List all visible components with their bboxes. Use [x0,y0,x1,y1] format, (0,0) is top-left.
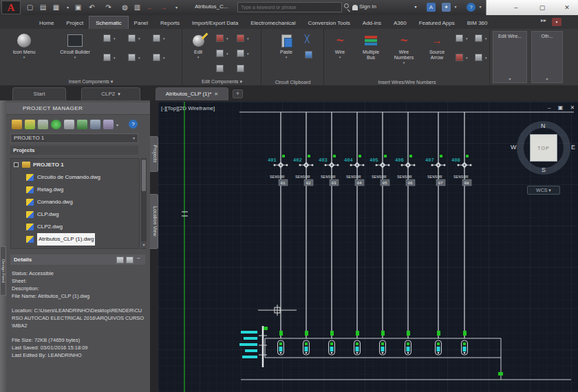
new-file-icon[interactable]: ▢ [25,3,35,12]
plot-project-icon[interactable] [90,120,100,129]
wire-numbers-button[interactable]: ~ Wire Numbers ▾ [388,32,420,65]
application-menu-button[interactable]: A [1,1,21,14]
sensor-component-06[interactable]: 406SENSOR06 [395,155,416,186]
tree-file-retag-dwg[interactable]: Retag.dwg [11,184,139,196]
wcs-dropdown[interactable]: WCS ▾ [527,186,560,195]
maximize-button[interactable]: ▢ [532,2,553,13]
tree-file-clp-dwg[interactable]: CLP.dwg [11,208,139,221]
panel-label-insert-components[interactable]: Insert Components ▾ [0,79,182,85]
search-input[interactable] [237,2,342,12]
open-project-icon[interactable] [25,120,35,129]
tool-icon[interactable] [103,54,111,61]
tree-collapse-box[interactable] [14,162,19,167]
ribbon-tab-project[interactable]: Project [60,17,89,30]
close-button[interactable]: ✕ [557,2,577,13]
terminal-component-07[interactable] [436,331,442,355]
viewcube-top-face[interactable]: TOP [530,134,557,162]
terminal-component-04[interactable] [354,331,361,355]
tree-file-comando-dwg[interactable]: Comando.dwg [11,196,139,208]
ribbon-tab-panel[interactable]: Panel [128,17,154,30]
project-settings-icon[interactable] [38,120,48,129]
file-tab-clp2[interactable]: CLP2▾ [81,87,140,100]
drawing-canvas[interactable]: [-][Top][2D Wireframe] ‒ ▣ ✕ 401SENSOR01… [158,102,578,392]
project-utilities-icon[interactable] [103,120,114,129]
help-dropdown-icon[interactable]: ▾ [478,3,483,12]
ribbon-tab-conversion-tools[interactable]: Conversion Tools [302,17,356,30]
ribbon-options-icon[interactable]: ▾ [552,18,561,26]
plc-connector-block[interactable] [239,326,268,367]
details-collapse-icon[interactable]: – [137,254,140,261]
tool-icon[interactable] [153,34,160,42]
pm-help-icon[interactable]: ? [129,120,138,129]
panel-edit-wire-collapsed[interactable]: Edit Wire... ▾ [493,31,527,83]
ribbon-tab-bim-360[interactable]: BIM 360 [461,17,494,30]
details-header[interactable]: Details [10,254,145,265]
tool-icon[interactable] [237,50,244,57]
tree-root-project[interactable]: PROJETO 1 [11,159,139,171]
sensor-component-07[interactable]: 407SENSOR07 [425,155,446,186]
tool-icon[interactable] [216,65,224,72]
tree-file-circuito-de-comando-dwg[interactable]: Circuito de Comando.dwg [11,171,139,184]
tool-icon[interactable] [216,50,224,57]
new-drawing-tab-button[interactable]: + [233,89,243,98]
drawing-list-report-icon[interactable] [77,120,87,129]
next-drawing-icon[interactable]: → [158,3,169,12]
panel-label-insert-wires[interactable]: Insert Wires/Wire Numbers [325,80,489,85]
sign-in-button[interactable]: Sign In [359,3,376,10]
active-project-selector[interactable]: PROJETO 1▾ [10,133,138,143]
terminal-component-06[interactable] [405,331,411,355]
panel-label-edit-components[interactable]: Edit Components ▾ [183,79,261,85]
details-preview-icon[interactable] [126,257,133,263]
design-feed-tab[interactable]: Design Feed [0,246,6,296]
terminal-component-03[interactable] [329,331,335,355]
terminal-component-05[interactable] [380,331,386,355]
workspace-icon[interactable]: ◍ [120,3,130,12]
viewcube-west[interactable]: W [511,144,517,151]
tree-scroll-down-icon[interactable]: ▼ [141,241,147,248]
file-tab-dropdown-icon[interactable]: ▾ [118,91,120,96]
a360-icon[interactable]: A [427,3,436,12]
panel-label-circuit-clipboard[interactable]: Circuit Clipboard [262,80,323,85]
terminal-component-08[interactable] [462,331,468,355]
viewcube-east[interactable]: E [571,144,575,151]
tool-icon[interactable] [456,34,463,42]
open-file-icon[interactable]: ▤ [38,3,48,12]
tool-icon[interactable] [128,34,136,42]
projects-section-header[interactable]: Projects [10,146,138,155]
ribbon-tab-import-export-data[interactable]: Import/Export Data [186,17,244,30]
file-tab-close-icon[interactable]: ✕ [214,91,218,96]
refresh-project-icon[interactable] [51,120,61,129]
ribbon-tab-electromechanical[interactable]: Electromechanical [244,17,301,30]
file-tab-atributos-clp-1-[interactable]: Atributos_CLP (1)*✕ [156,87,228,100]
location-view-side-tab[interactable]: Location View [150,194,158,249]
ribbon-tab-schematic[interactable]: Schematic [89,17,127,30]
minimize-button[interactable]: – [506,2,526,13]
sensor-component-03[interactable]: 403SENSOR03 [319,155,339,186]
tool-icon[interactable] [237,34,244,42]
copy-icon[interactable] [305,51,312,58]
tree-scrollbar-thumb[interactable] [142,160,146,191]
cut-scissors-icon[interactable]: ╳ [305,34,310,43]
new-project-icon[interactable] [12,120,22,129]
sensor-component-05[interactable]: 405SENSOR05 [370,155,390,186]
tool-icon[interactable] [216,34,224,42]
tool-icon[interactable] [475,54,482,61]
sensor-component-08[interactable]: 408SENSOR08 [451,155,472,186]
tool-icon[interactable] [103,34,111,42]
ribbon-tab-a360[interactable]: A360 [387,17,413,30]
signin-dropdown-icon[interactable]: ▾ [413,3,418,12]
wire-button[interactable]: ~ Wire ▾ [326,32,354,59]
circuit-builder-button[interactable]: Circuit Builder ▾ [55,32,95,59]
details-refresh-icon[interactable] [116,257,124,263]
sensor-component-04[interactable]: 404SENSOR04 [344,155,365,186]
tool-icon[interactable] [153,54,160,61]
exchange-apps-icon[interactable]: ✦ [442,3,451,12]
plot-icon[interactable]: ▣ [73,3,83,12]
help-icon[interactable]: ? [467,3,475,12]
tool-icon[interactable] [128,54,136,61]
sheet-set-icon[interactable]: ▥ [132,3,142,12]
tool-icon[interactable] [475,34,482,42]
qat-more-icon[interactable]: ▾ [171,3,182,12]
sensor-component-01[interactable]: 401SENSOR01 [268,155,288,186]
terminal-component-01[interactable] [278,331,284,355]
